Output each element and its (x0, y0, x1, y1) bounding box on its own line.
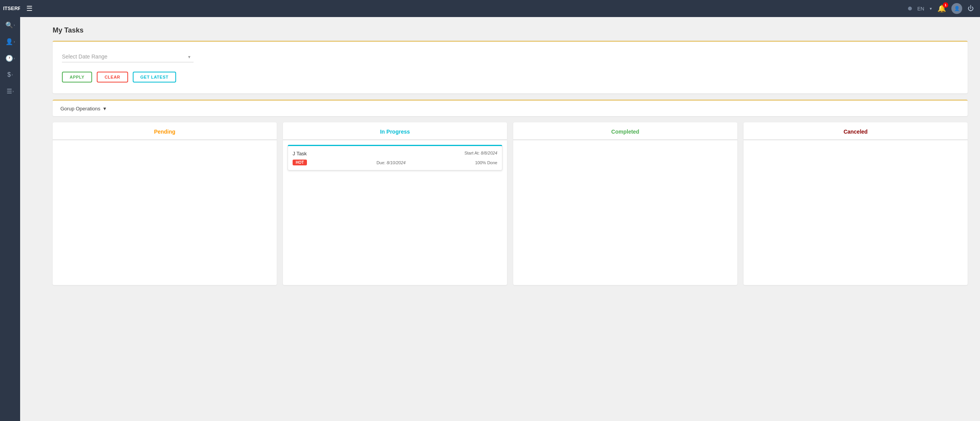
task-card-bottom: HOT Due: 8/10/2024 100% Done (293, 160, 497, 165)
column-body-completed (513, 140, 737, 149)
sidebar-item-finance[interactable]: $ › (0, 67, 20, 83)
page-title: My Tasks (53, 26, 968, 34)
task-due-date: Due: 8/10/2024 (377, 160, 406, 165)
column-body-canceled (744, 140, 968, 149)
chevron-icon: › (14, 23, 15, 27)
lang-chevron: ▾ (930, 6, 932, 11)
dollar-icon: $ (7, 71, 11, 78)
task-card-top: J Task Start At: 8/8/2024 (293, 151, 497, 156)
sidebar-item-user[interactable]: 👤 › (0, 33, 20, 50)
date-range-select-wrapper: Select Date Range Today This Week This M… (62, 51, 194, 62)
kanban-board: Pending In Progress J Task Start At: 8/8… (53, 122, 968, 285)
priority-badge: HOT (293, 160, 307, 165)
column-header-pending: Pending (53, 122, 277, 140)
sidebar-item-search[interactable]: 🔍 › (0, 17, 20, 33)
group-ops-chevron-icon[interactable]: ▾ (103, 105, 106, 112)
filter-actions: APPLY CLEAR GET LATEST (62, 72, 958, 82)
column-header-inprogress: In Progress (283, 122, 507, 140)
search-icon: 🔍 (5, 21, 13, 29)
chevron-icon: › (14, 57, 15, 60)
app-logo: ITSERP (0, 0, 20, 17)
topbar: ☰ EN ▾ 🔔 1 👤 ⏻ (20, 0, 980, 17)
main-content: My Tasks Select Date Range Today This We… (40, 17, 980, 421)
due-date-value: 8/10/2024 (387, 160, 406, 165)
kanban-column-inprogress: In Progress J Task Start At: 8/8/2024 HO… (283, 122, 507, 285)
hamburger-icon[interactable]: ☰ (26, 4, 33, 13)
sidebar-item-time[interactable]: 🕐 › (0, 50, 20, 67)
sidebar-item-list[interactable]: ☰ › (0, 83, 20, 100)
power-icon[interactable]: ⏻ (968, 5, 974, 12)
topbar-right: EN ▾ 🔔 1 👤 ⏻ (908, 3, 974, 14)
topbar-left: ☰ (26, 4, 33, 13)
notification-bell[interactable]: 🔔 1 (937, 4, 946, 13)
start-date-value: 8/8/2024 (481, 151, 497, 155)
date-range-select[interactable]: Select Date Range Today This Week This M… (62, 51, 194, 62)
kanban-column-pending: Pending (53, 122, 277, 285)
sidebar: ITSERP 🔍 › 👤 › 🕐 › $ › ☰ › (0, 0, 20, 421)
chevron-icon: › (13, 89, 14, 93)
kanban-column-canceled: Canceled (744, 122, 968, 285)
group-operations-bar[interactable]: Gorup Operations ▾ (53, 100, 968, 116)
water-icon[interactable] (908, 7, 912, 10)
task-completion: 100% Done (475, 160, 497, 165)
apply-button[interactable]: APPLY (62, 72, 92, 82)
user-avatar[interactable]: 👤 (951, 3, 962, 14)
chevron-icon: › (14, 40, 15, 44)
chevron-icon: › (12, 73, 13, 77)
user-icon: 👤 (5, 38, 13, 45)
column-body-pending (53, 140, 277, 149)
language-selector[interactable]: EN (917, 6, 924, 12)
list-icon: ☰ (7, 88, 12, 95)
start-label: Start At: (464, 151, 480, 155)
group-ops-label: Gorup Operations (60, 106, 100, 112)
task-start-date: Start At: 8/8/2024 (464, 151, 497, 155)
task-name: J Task (293, 151, 307, 156)
column-header-canceled: Canceled (744, 122, 968, 140)
clock-icon: 🕐 (5, 55, 13, 62)
kanban-column-completed: Completed (513, 122, 737, 285)
column-header-completed: Completed (513, 122, 737, 140)
filter-card: Select Date Range Today This Week This M… (53, 41, 968, 93)
task-card[interactable]: J Task Start At: 8/8/2024 HOT Due: 8/10/… (288, 145, 502, 170)
clear-button[interactable]: CLEAR (97, 72, 128, 82)
avatar-image: 👤 (954, 6, 960, 11)
get-latest-button[interactable]: GET LATEST (133, 72, 176, 82)
notification-badge: 1 (943, 2, 948, 8)
column-body-inprogress: J Task Start At: 8/8/2024 HOT Due: 8/10/… (283, 140, 507, 175)
due-label: Due: (377, 160, 385, 165)
